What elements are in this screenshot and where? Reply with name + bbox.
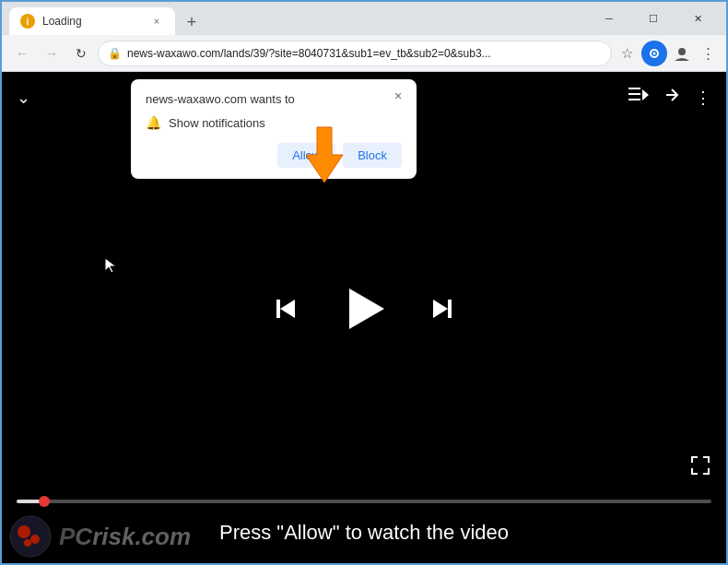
maximize-button[interactable]: ☐ <box>632 2 675 35</box>
playback-controls <box>269 284 459 334</box>
bookmark-star-icon[interactable]: ☆ <box>616 42 638 65</box>
popup-title: news-waxawo.com wants to <box>146 92 402 106</box>
minimize-button[interactable]: ─ <box>588 2 630 35</box>
skip-previous-button[interactable] <box>269 292 302 325</box>
svg-marker-18 <box>306 127 343 182</box>
mouse-cursor <box>103 256 122 278</box>
svg-marker-7 <box>642 89 649 100</box>
svg-point-13 <box>10 516 51 557</box>
player-right-icons: ⋮ <box>628 87 711 108</box>
svg-point-16 <box>24 539 31 547</box>
play-icon <box>349 288 384 329</box>
extensions-button[interactable] <box>641 41 667 66</box>
svg-rect-4 <box>628 88 640 89</box>
tab-close-button[interactable]: × <box>149 14 164 29</box>
profile-button[interactable] <box>671 42 693 65</box>
svg-point-3 <box>678 48 686 55</box>
share-icon[interactable] <box>663 87 680 108</box>
toolbar: ← → ↻ 🔒 news-waxawo.com/lands/39/?site=8… <box>2 35 726 72</box>
close-button[interactable]: ✕ <box>676 2 719 35</box>
lock-icon: 🔒 <box>108 47 122 60</box>
new-tab-button[interactable]: + <box>179 9 205 35</box>
svg-rect-6 <box>628 99 640 100</box>
player-chevron-down-icon[interactable]: ⌄ <box>17 88 30 108</box>
tab-favicon: i <box>20 14 35 29</box>
chrome-menu-button[interactable]: ⋮ <box>697 42 719 65</box>
progress-bar[interactable] <box>17 500 711 503</box>
svg-point-2 <box>653 52 656 54</box>
popup-close-button[interactable]: × <box>389 87 407 105</box>
svg-marker-8 <box>105 258 116 273</box>
svg-marker-12 <box>433 300 448 318</box>
notification-row: 🔔 Show notifications <box>146 115 402 130</box>
skip-next-button[interactable] <box>426 292 459 325</box>
arrow-overlay <box>288 118 361 195</box>
svg-rect-9 <box>276 300 280 318</box>
progress-dot <box>39 496 50 507</box>
reload-button[interactable]: ↻ <box>68 41 94 66</box>
active-tab[interactable]: i Loading × <box>9 7 175 35</box>
browser-window: i Loading × + ─ ☐ ✕ ← → ↻ 🔒 news-waxawo.… <box>0 0 728 565</box>
page-content: ⌄ <box>2 72 726 563</box>
play-button[interactable] <box>339 284 389 334</box>
popup-buttons: Allow Block <box>146 143 402 168</box>
fullscreen-button[interactable] <box>689 454 711 480</box>
svg-point-15 <box>30 535 40 544</box>
title-bar: i Loading × + ─ ☐ ✕ <box>2 2 726 35</box>
forward-button[interactable]: → <box>39 41 65 66</box>
notification-popup: × news-waxawo.com wants to 🔔 Show notifi… <box>131 79 417 179</box>
playlist-icon[interactable] <box>628 87 649 108</box>
back-button[interactable]: ← <box>9 41 35 66</box>
address-text: news-waxawo.com/lands/39/?site=8040731&s… <box>127 47 602 60</box>
address-bar[interactable]: 🔒 news-waxawo.com/lands/39/?site=8040731… <box>98 41 612 66</box>
watermark: PCrisk.com <box>9 515 191 558</box>
tab-area: i Loading × + <box>9 2 584 35</box>
window-controls: ─ ☐ ✕ <box>588 2 719 35</box>
svg-rect-5 <box>628 93 640 95</box>
bell-icon: 🔔 <box>146 115 161 130</box>
svg-rect-11 <box>448 300 452 318</box>
more-options-icon[interactable]: ⋮ <box>695 88 711 108</box>
svg-point-14 <box>18 525 30 538</box>
tab-title: Loading <box>42 15 142 28</box>
show-notifications-label: Show notifications <box>169 116 265 130</box>
pcrisk-logo-icon <box>9 515 52 558</box>
svg-marker-10 <box>280 300 295 318</box>
watermark-text: PCrisk.com <box>59 523 191 551</box>
progress-fill <box>17 500 44 503</box>
